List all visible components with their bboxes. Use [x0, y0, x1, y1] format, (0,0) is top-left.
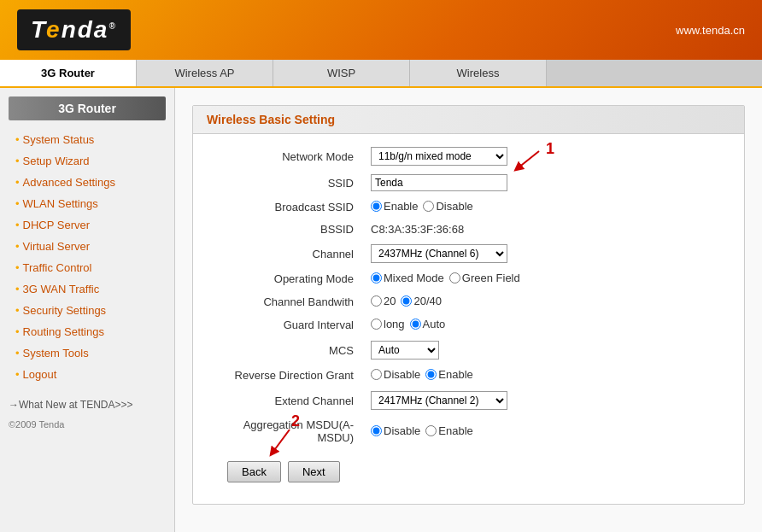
broadcast-ssid-disable-label[interactable]: Disable	[423, 200, 472, 213]
bandwidth-2040-radio[interactable]	[401, 295, 412, 307]
logo-text: Tenda®	[31, 16, 117, 43]
row-extend-channel: Extend Channel 2417MHz (Channel 2) 2412M…	[210, 387, 727, 414]
tab-wisp[interactable]: WISP	[273, 60, 410, 86]
operating-mode-green-label[interactable]: Green Field	[449, 272, 520, 284]
mcs-label: MCS	[210, 336, 364, 364]
sidebar-item-logout[interactable]: Logout	[0, 364, 174, 385]
row-ssid: SSID	[210, 170, 727, 196]
reverse-enable-radio[interactable]	[425, 369, 437, 380]
arrow-icon-2: 2	[257, 414, 308, 461]
form-table: Network Mode 11b/g/n mixed mode 11b only…	[210, 143, 727, 448]
tab-3g-router[interactable]: 3G Router	[0, 60, 137, 86]
svg-text:2: 2	[291, 414, 300, 430]
guard-interval-group: long Auto	[371, 318, 445, 330]
website-url: www.tenda.cn	[676, 24, 745, 37]
operating-mode-mixed-label[interactable]: Mixed Mode	[371, 272, 444, 284]
reverse-direction-group: Disable Enable	[371, 368, 473, 381]
sidebar-item-traffic-control[interactable]: Traffic Control	[0, 257, 174, 278]
sidebar-item-advanced-settings[interactable]: Advanced Settings	[0, 172, 174, 193]
extend-channel-select[interactable]: 2417MHz (Channel 2) 2412MHz (Channel 1) …	[371, 391, 507, 410]
arrow-icon-1	[509, 147, 543, 181]
mcs-select[interactable]: Auto 0 1 2	[371, 341, 439, 360]
network-mode-select[interactable]: 11b/g/n mixed mode 11b only 11g only 11n…	[371, 147, 507, 166]
sidebar-item-3g-wan-traffic[interactable]: 3G WAN Traffic	[0, 278, 174, 300]
logo-box: Tenda®	[17, 9, 131, 50]
guard-auto-radio[interactable]	[410, 319, 421, 330]
operating-mode-label: Operating Mode	[210, 267, 364, 290]
extend-channel-label: Extend Channel	[210, 387, 364, 414]
row-channel: Channel 2437MHz (Channel 6) 2412MHz (Cha…	[210, 240, 727, 267]
annotation-2-container: 2	[257, 414, 308, 464]
row-channel-bandwidth: Channel Bandwith 20 20/40	[210, 290, 727, 313]
guard-long-label[interactable]: long	[371, 318, 405, 330]
header: Tenda® www.tenda.cn	[0, 0, 762, 60]
sidebar-item-setup-wizard[interactable]: Setup Wizard	[0, 150, 174, 172]
row-network-mode: Network Mode 11b/g/n mixed mode 11b only…	[210, 143, 727, 170]
bandwidth-20-radio[interactable]	[371, 295, 382, 307]
row-reverse-direction: Reverse Direction Grant Disable Enable	[210, 364, 727, 387]
bandwidth-2040-label[interactable]: 20/40	[401, 295, 442, 307]
guard-long-radio[interactable]	[371, 319, 382, 330]
back-button[interactable]: Back	[227, 461, 281, 482]
tab-wireless[interactable]: Wireless	[410, 60, 547, 86]
nav-tabs: 3G Router Wireless AP WISP Wireless	[0, 60, 762, 88]
channel-select[interactable]: 2437MHz (Channel 6) 2412MHz (Channel 1) …	[371, 244, 507, 263]
sidebar-item-routing-settings[interactable]: Routing Settings	[0, 321, 174, 342]
sidebar-item-wlan-settings[interactable]: WLAN Settings	[0, 193, 174, 214]
broadcast-ssid-enable-label[interactable]: Enable	[371, 200, 418, 213]
svg-line-0	[518, 151, 539, 168]
sidebar-item-security-settings[interactable]: Security Settings	[0, 300, 174, 321]
aggregation-enable-radio[interactable]	[425, 425, 437, 436]
channel-bandwidth-label: Channel Bandwith	[210, 290, 364, 313]
button-section: 2 Back Next	[210, 461, 727, 482]
channel-bandwidth-group: 20 20/40	[371, 295, 442, 307]
row-bssid: BSSID C8:3A:35:3F:36:68	[210, 219, 727, 240]
trademark: ®	[108, 21, 116, 31]
reverse-enable-label[interactable]: Enable	[425, 368, 472, 381]
annotation-1: 1	[546, 140, 554, 158]
guard-auto-label[interactable]: Auto	[410, 318, 446, 330]
row-broadcast-ssid: Broadcast SSID Enable Disable	[210, 196, 727, 219]
network-mode-cell: 11b/g/n mixed mode 11b only 11g only 11n…	[364, 143, 727, 170]
sidebar-item-system-status[interactable]: System Status	[0, 129, 174, 150]
bssid-label: BSSID	[210, 219, 364, 240]
aggregation-disable-label[interactable]: Disable	[371, 424, 420, 437]
row-mcs: MCS Auto 0 1 2	[210, 336, 727, 364]
sidebar-item-virtual-server[interactable]: Virtual Server	[0, 236, 174, 257]
svg-line-2	[273, 430, 290, 453]
section-box: Wireless Basic Setting Network Mode 11b/…	[192, 105, 745, 505]
channel-label: Channel	[210, 240, 364, 267]
aggregation-disable-radio[interactable]	[371, 425, 382, 436]
bssid-value: C8:3A:35:3F:36:68	[364, 219, 727, 240]
sidebar-item-dhcp-server[interactable]: DHCP Server	[0, 214, 174, 236]
aggregation-group: Disable Enable	[371, 424, 473, 437]
main-layout: 3G Router System Status Setup Wizard Adv…	[0, 88, 762, 532]
section-header: Wireless Basic Setting	[193, 106, 744, 134]
network-mode-label: Network Mode	[210, 143, 364, 170]
reverse-disable-label[interactable]: Disable	[371, 368, 420, 381]
row-guard-interval: Guard Interval long Auto	[210, 313, 727, 336]
sidebar-title: 3G Router	[9, 96, 166, 120]
row-operating-mode: Operating Mode Mixed Mode Green Field	[210, 267, 727, 290]
sidebar-footer: ©2009 Tenda	[0, 415, 174, 434]
bandwidth-20-label[interactable]: 20	[371, 295, 396, 307]
broadcast-ssid-enable-radio[interactable]	[371, 201, 382, 212]
broadcast-ssid-disable-radio[interactable]	[423, 201, 434, 212]
next-button[interactable]: Next	[288, 461, 340, 482]
reverse-disable-radio[interactable]	[371, 369, 382, 380]
ssid-input[interactable]	[371, 174, 507, 191]
aggregation-enable-label[interactable]: Enable	[425, 424, 472, 437]
button-row: Back Next	[227, 461, 710, 482]
operating-mode-mixed-radio[interactable]	[371, 272, 382, 284]
reverse-direction-label: Reverse Direction Grant	[210, 364, 364, 387]
operating-mode-green-radio[interactable]	[449, 272, 460, 284]
sidebar: 3G Router System Status Setup Wizard Adv…	[0, 88, 175, 532]
guard-interval-label: Guard Interval	[210, 313, 364, 336]
operating-mode-group: Mixed Mode Green Field	[371, 272, 520, 284]
broadcast-ssid-group: Enable Disable	[371, 200, 473, 213]
sidebar-whats-new[interactable]: →What New at TENDA>>>	[0, 392, 174, 415]
tab-wireless-ap[interactable]: Wireless AP	[137, 60, 273, 86]
ssid-label: SSID	[210, 170, 364, 196]
content-area: Wireless Basic Setting Network Mode 11b/…	[175, 88, 762, 532]
sidebar-item-system-tools[interactable]: System Tools	[0, 342, 174, 364]
